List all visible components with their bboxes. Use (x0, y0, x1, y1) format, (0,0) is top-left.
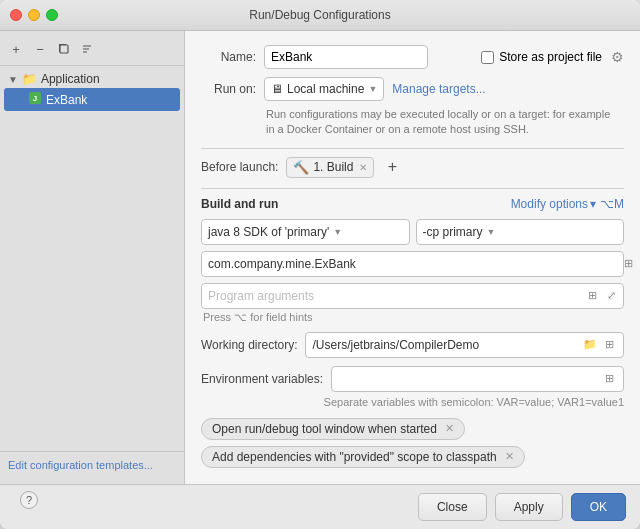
sdk-value: java 8 SDK of 'primary' (208, 225, 329, 239)
prog-args-options-icon[interactable]: ⊞ (584, 288, 600, 304)
run-on-label: Run on: (201, 82, 256, 96)
copy-config-button[interactable] (54, 39, 74, 59)
ok-button[interactable]: OK (571, 493, 626, 521)
add-before-launch-button[interactable]: + (382, 157, 402, 177)
main-class-icons: ⊞ (620, 256, 636, 272)
working-dir-input[interactable]: /Users/jetbrains/CompilerDemo 📁 ⊞ (305, 332, 624, 358)
sdk-row: java 8 SDK of 'primary' ▼ -cp primary ▼ (201, 219, 624, 245)
env-vars-row: Environment variables: ⊞ (201, 366, 624, 392)
right-panel: Name: Store as project file ⚙ Run on: 🖥 … (185, 31, 640, 484)
open-tool-window-toggle[interactable]: Open run/debug tool window when started … (201, 418, 465, 440)
run-debug-configurations-window: Run/Debug Configurations + − (0, 0, 640, 529)
sidebar: + − ▼ (0, 31, 185, 484)
env-vars-input[interactable]: ⊞ (331, 366, 624, 392)
open-tool-window-label: Open run/debug tool window when started (212, 422, 437, 436)
prog-args-expand-icon[interactable]: ⤢ (603, 288, 619, 304)
svg-text:J: J (33, 94, 37, 103)
titlebar: Run/Debug Configurations (0, 0, 640, 31)
close-button[interactable]: Close (418, 493, 487, 521)
env-vars-label: Environment variables: (201, 372, 323, 386)
store-project-row: Store as project file ⚙ (481, 49, 624, 65)
hammer-icon: 🔨 (293, 160, 309, 175)
prog-args-placeholder: Program arguments (208, 289, 617, 303)
cp-arrow-icon: ▼ (487, 227, 496, 237)
application-group: ▼ 📁 Application J ExBank (0, 70, 184, 111)
exbank-item-label: ExBank (46, 93, 87, 107)
remove-config-button[interactable]: − (30, 39, 50, 59)
manage-targets-link[interactable]: Manage targets... (392, 82, 485, 96)
application-group-header[interactable]: ▼ 📁 Application (4, 70, 180, 88)
cp-select[interactable]: -cp primary ▼ (416, 219, 625, 245)
before-launch-label: Before launch: (201, 160, 278, 174)
working-dir-options-icon[interactable]: ⊞ (601, 337, 617, 353)
gear-icon[interactable]: ⚙ (611, 49, 624, 65)
working-dir-icons: 📁 ⊞ (582, 337, 617, 353)
sidebar-footer: Edit configuration templates... (0, 451, 184, 478)
hint-text: Press ⌥ for field hints (201, 311, 624, 324)
folder-icon: 📁 (22, 72, 37, 86)
remove-build-icon[interactable]: ✕ (359, 162, 367, 173)
working-dir-label: Working directory: (201, 338, 297, 352)
run-on-select[interactable]: 🖥 Local machine ▼ (264, 77, 384, 101)
remove-toggle1-icon[interactable]: ✕ (445, 422, 454, 435)
modify-options-shortcut: ⌥M (600, 197, 624, 211)
footer-bar: ? Close Apply OK (0, 484, 640, 529)
help-button[interactable]: ? (20, 491, 38, 509)
sdk-arrow-icon: ▼ (333, 227, 342, 237)
main-content: + − ▼ (0, 31, 640, 484)
prog-args-icons: ⊞ ⤢ (584, 288, 619, 304)
edit-templates-link[interactable]: Edit configuration templates... (8, 459, 153, 471)
browse-main-class-icon[interactable]: ⊞ (620, 256, 636, 272)
cp-value: -cp primary (423, 225, 483, 239)
traffic-lights (10, 9, 58, 21)
divider-1 (201, 148, 624, 149)
java-config-icon: J (28, 91, 42, 108)
minimize-button[interactable] (28, 9, 40, 21)
name-input[interactable] (264, 45, 428, 69)
sep-text: Separate variables with semicolon: VAR=v… (201, 396, 624, 408)
run-on-arrow-icon: ▼ (368, 84, 377, 94)
window-title: Run/Debug Configurations (249, 8, 390, 22)
maximize-button[interactable] (46, 9, 58, 21)
divider-2 (201, 188, 624, 189)
build-run-header: Build and run Modify options ▾ ⌥M (201, 197, 624, 211)
help-icon: ? (26, 494, 32, 506)
add-config-button[interactable]: + (6, 39, 26, 59)
main-class-value: com.company.mine.ExBank (208, 257, 617, 271)
working-dir-row: Working directory: /Users/jetbrains/Comp… (201, 332, 624, 358)
sidebar-toolbar: + − (0, 37, 184, 66)
svg-rect-0 (60, 45, 68, 53)
add-dependencies-label: Add dependencies with "provided" scope t… (212, 450, 497, 464)
modify-options-link[interactable]: Modify options ▾ ⌥M (511, 197, 624, 211)
working-dir-folder-icon[interactable]: 📁 (582, 337, 598, 353)
working-dir-value: /Users/jetbrains/CompilerDemo (312, 338, 479, 352)
build-badge-label: 1. Build (313, 160, 353, 174)
name-label: Name: (201, 50, 256, 64)
main-class-row: com.company.mine.ExBank ⊞ (201, 251, 624, 277)
apply-button[interactable]: Apply (495, 493, 563, 521)
build-run-title: Build and run (201, 197, 278, 211)
info-text: Run configurations may be executed local… (266, 107, 624, 138)
env-vars-options-icon[interactable]: ⊞ (601, 371, 617, 387)
store-project-checkbox[interactable] (481, 51, 494, 64)
run-on-row: Run on: 🖥 Local machine ▼ Manage targets… (201, 77, 624, 101)
before-launch-row: Before launch: 🔨 1. Build ✕ + (201, 157, 624, 178)
build-badge: 🔨 1. Build ✕ (286, 157, 374, 178)
sdk-select[interactable]: java 8 SDK of 'primary' ▼ (201, 219, 410, 245)
prog-args-row[interactable]: Program arguments ⊞ ⤢ (201, 283, 624, 309)
run-on-value: Local machine (287, 82, 364, 96)
close-button[interactable] (10, 9, 22, 21)
name-row: Name: Store as project file ⚙ (201, 45, 624, 69)
add-dependencies-toggle[interactable]: Add dependencies with "provided" scope t… (201, 446, 525, 468)
modify-options-label: Modify options (511, 197, 588, 211)
store-project-label: Store as project file (499, 50, 602, 64)
application-group-label: Application (41, 72, 100, 86)
modify-options-chevron: ▾ (590, 197, 596, 211)
sort-button[interactable] (78, 39, 98, 59)
exbank-config-item[interactable]: J ExBank (4, 88, 180, 111)
remove-toggle2-icon[interactable]: ✕ (505, 450, 514, 463)
